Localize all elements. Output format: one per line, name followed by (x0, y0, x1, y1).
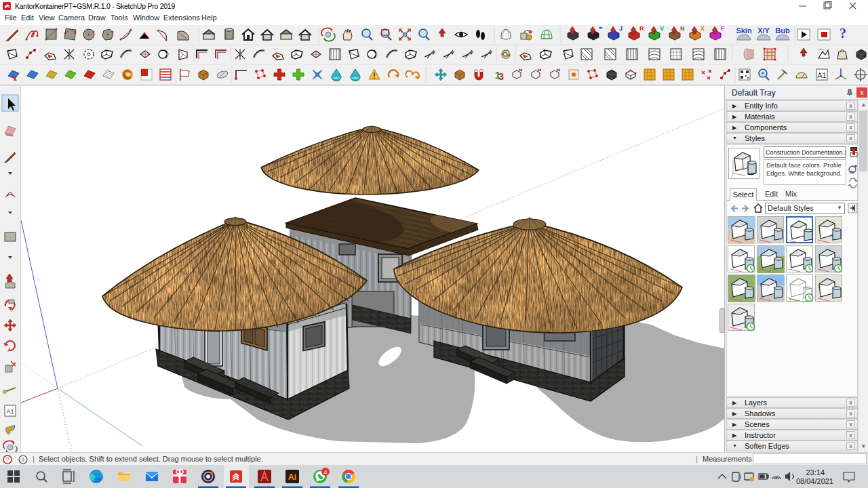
svg-text:X/Y: X/Y (757, 26, 770, 35)
svg-text:A1: A1 (6, 408, 14, 415)
svg-text:4: 4 (323, 469, 327, 476)
svg-text:=: = (599, 25, 602, 32)
svg-text:J: J (619, 25, 623, 32)
svg-text:i: i (22, 456, 24, 463)
svg-text:Bub: Bub (775, 26, 790, 35)
svg-text:X: X (701, 25, 705, 32)
svg-text:F: F (721, 25, 725, 32)
svg-text:08/04/2021: 08/04/2021 (796, 477, 833, 485)
svg-text:V: V (660, 25, 664, 32)
svg-text:?: ? (5, 456, 9, 463)
svg-text:N: N (680, 25, 685, 32)
svg-text:R: R (639, 25, 644, 32)
svg-text:Skin: Skin (736, 26, 752, 35)
svg-text:23:14: 23:14 (806, 468, 825, 476)
svg-text:Ai: Ai (288, 472, 296, 482)
